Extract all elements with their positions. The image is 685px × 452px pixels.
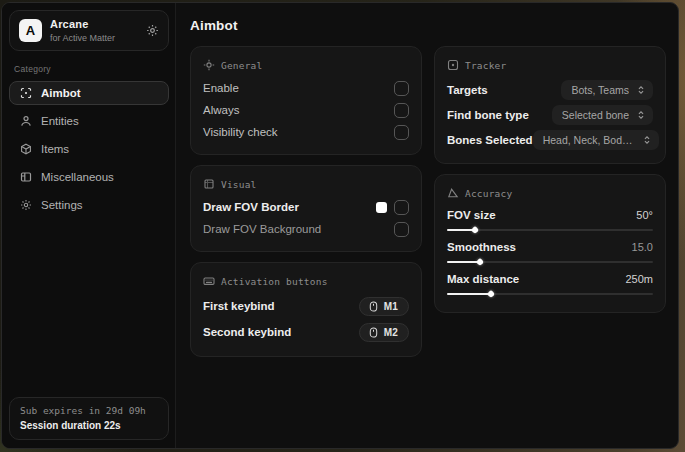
setting-label: Always (203, 104, 239, 116)
card-title: Tracker (465, 60, 506, 71)
sidebar-nav: Aimbot Entities Items (9, 81, 169, 217)
keybind-value: M2 (384, 327, 398, 338)
sidebar-item-miscellaneous[interactable]: Miscellaneous (9, 165, 169, 189)
gear-icon (20, 199, 32, 211)
setting-label: Bones Selected (447, 134, 533, 146)
visibility-check-checkbox[interactable] (394, 125, 409, 140)
sidebar-item-label: Miscellaneous (41, 171, 114, 183)
card-title: General (221, 60, 262, 71)
main-content: Aimbot General Enable (176, 3, 678, 448)
person-icon (20, 115, 32, 127)
targets-select[interactable]: Bots, Teams (561, 80, 653, 100)
sidebar-item-label: Aimbot (41, 87, 81, 99)
fov-size-slider[interactable] (447, 229, 653, 231)
enable-checkbox[interactable] (394, 81, 409, 96)
setting-row: Visibility check (203, 121, 409, 143)
fov-border-color-swatch[interactable] (376, 202, 387, 213)
select-value: Bots, Teams (571, 84, 629, 96)
crosshair-icon (203, 59, 215, 71)
find-bone-type-select[interactable]: Selected bone (552, 105, 653, 125)
general-card: General Enable Always Visibility check (190, 46, 422, 155)
slider-value: 50° (636, 209, 653, 221)
select-value: Selected bone (562, 109, 629, 121)
sidebar-item-aimbot[interactable]: Aimbot (9, 81, 169, 105)
layout-icon (20, 171, 32, 183)
slider-thumb[interactable] (476, 258, 484, 266)
card-title: Visual (221, 179, 257, 190)
brand-card: A Arcane for Active Matter (9, 10, 169, 51)
first-keybind-button[interactable]: M1 (359, 297, 409, 316)
setting-label: Visibility check (203, 126, 278, 138)
setting-label: Enable (203, 82, 239, 94)
angle-icon (447, 187, 459, 199)
setting-row: Targets Bots, Teams (447, 77, 653, 102)
right-column: Tracker Targets Bots, Teams (434, 46, 666, 313)
setting-label: FOV size (447, 209, 496, 221)
sidebar-item-label: Settings (41, 199, 83, 211)
setting-label: Targets (447, 84, 488, 96)
activation-buttons-card: Activation buttons First keybind M1 (190, 262, 422, 357)
sidebar: A Arcane for Active Matter Category (2, 3, 176, 448)
subscription-card: Sub expires in 29d 09h Session duration … (9, 397, 169, 440)
card-title: Activation buttons (221, 276, 328, 287)
setting-row: Second keybind M2 (203, 319, 409, 345)
setting-row: FOV size 50° (447, 205, 653, 237)
unfold-icon (636, 85, 646, 95)
sidebar-item-items[interactable]: Items (9, 137, 169, 161)
keybind-value: M1 (384, 301, 398, 312)
sidebar-item-label: Entities (41, 115, 79, 127)
setting-row: First keybind M1 (203, 293, 409, 319)
settings-gear-icon[interactable] (146, 24, 159, 37)
setting-label: Max distance (447, 273, 519, 285)
setting-label: Smoothness (447, 241, 516, 253)
page-title: Aimbot (190, 18, 666, 33)
bones-selected-select[interactable]: Head, Neck, Body, Pe... (533, 130, 659, 150)
unfold-icon (642, 135, 652, 145)
setting-row: Draw FOV Background (203, 218, 409, 240)
setting-row: Max distance 250m (447, 269, 653, 301)
brand-logo: A (19, 19, 42, 42)
setting-row: Enable (203, 77, 409, 99)
max-distance-slider[interactable] (447, 293, 653, 295)
sub-expiry-text: Sub expires in 29d 09h (20, 405, 158, 416)
scan-icon (20, 87, 32, 99)
slider-thumb[interactable] (487, 290, 495, 298)
draw-fov-border-checkbox[interactable] (394, 200, 409, 215)
second-keybind-button[interactable]: M2 (359, 323, 409, 342)
tracker-icon (447, 59, 459, 71)
slider-value: 250m (625, 273, 653, 285)
category-label: Category (14, 64, 169, 74)
mouse-icon (368, 301, 379, 312)
setting-row: Smoothness 15.0 (447, 237, 653, 269)
setting-row: Always (203, 99, 409, 121)
setting-row: Find bone type Selected bone (447, 102, 653, 127)
mouse-icon (368, 327, 379, 338)
sidebar-item-settings[interactable]: Settings (9, 193, 169, 217)
smoothness-slider[interactable] (447, 261, 653, 263)
setting-row: Draw FOV Border (203, 196, 409, 218)
setting-label: First keybind (203, 300, 275, 312)
tracker-card: Tracker Targets Bots, Teams (434, 46, 666, 164)
brand-name: Arcane (50, 18, 138, 31)
slider-thumb[interactable] (471, 226, 479, 234)
setting-row: Bones Selected Head, Neck, Body, Pe... (447, 127, 653, 152)
slider-value: 15.0 (632, 241, 653, 253)
unfold-icon (636, 110, 646, 120)
setting-label: Draw FOV Background (203, 223, 321, 235)
always-checkbox[interactable] (394, 103, 409, 118)
session-duration-text: Session duration 22s (20, 420, 158, 431)
sidebar-item-label: Items (41, 143, 69, 155)
card-title: Accuracy (465, 188, 512, 199)
frame-icon (203, 178, 215, 190)
accuracy-card: Accuracy FOV size 50° (434, 174, 666, 313)
setting-label: Draw FOV Border (203, 201, 299, 213)
sidebar-item-entities[interactable]: Entities (9, 109, 169, 133)
select-value: Head, Neck, Body, Pe... (543, 134, 635, 146)
visual-card: Visual Draw FOV Border Draw FOV Backgrou… (190, 165, 422, 252)
left-column: General Enable Always Visibility check (190, 46, 422, 357)
app-window: A Arcane for Active Matter Category (1, 2, 679, 449)
draw-fov-background-checkbox[interactable] (394, 222, 409, 237)
brand-subtitle: for Active Matter (50, 33, 138, 43)
box-icon (20, 143, 32, 155)
keyboard-icon (203, 275, 215, 287)
